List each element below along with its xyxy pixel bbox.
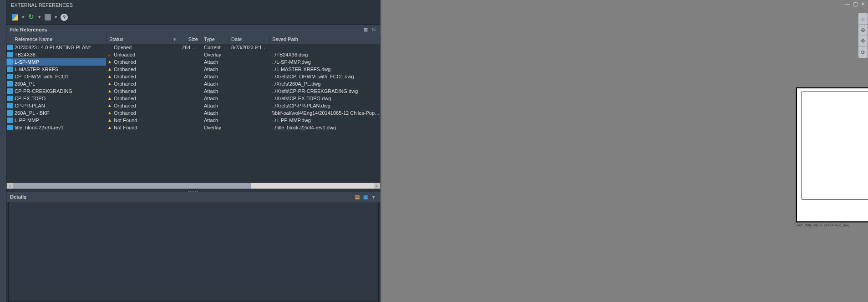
table-row[interactable]: CP-PR-PLANOrphanedAttach..\Xrefs\CP-PR-P… — [6, 102, 381, 109]
table-row[interactable]: 260A_PL - BKFOrphanedAttach\\bkf-oak\vol… — [6, 109, 381, 117]
cell-name: CP-PR-PLAN — [6, 102, 107, 109]
cell-name: CP_OHWM_with_FCO1 — [6, 73, 107, 80]
cell-type: Attach — [201, 58, 228, 66]
cell-path: \\bkf-oak\vol4\Eng14\20141065-12 Chiles-… — [269, 109, 381, 117]
cell-status: Orphaned — [107, 66, 179, 73]
nav-pan-button[interactable]: ✥ — [858, 36, 868, 47]
attach-button[interactable] — [10, 12, 20, 22]
cell-name: 260A_PL - BKF — [6, 109, 107, 117]
cell-size — [179, 102, 201, 109]
cell-status: Orphaned — [107, 87, 179, 95]
close-button[interactable]: ✕ — [861, 1, 865, 7]
cell-size — [179, 117, 201, 124]
cell-path — [269, 44, 381, 51]
cell-name: L-PP-MMP — [6, 117, 107, 124]
file-references-label: File References — [10, 25, 47, 35]
refresh-dropdown[interactable]: ▾ — [37, 14, 42, 20]
attach-dropdown[interactable]: ▾ — [21, 14, 25, 20]
dwg-icon — [7, 96, 13, 101]
change-path-button[interactable] — [43, 12, 53, 22]
table-row[interactable]: L-SP-MMPOrphanedAttach..\L-SP-MMP.dwg — [6, 58, 381, 66]
cell-status: Not Found — [107, 117, 179, 124]
cell-path: ..\Xrefs\CP-PR-PLAN.dwg — [269, 102, 381, 109]
cell-path: ..\L-PP-MMP.dwg — [269, 117, 381, 124]
nav-full-button[interactable]: ⌕ — [858, 13, 868, 25]
refresh-button[interactable] — [26, 12, 36, 22]
cell-status: Orphaned — [107, 95, 179, 102]
cell-type: Overlay — [201, 51, 228, 58]
tree-view-button[interactable]: ⁝≡ — [371, 26, 377, 33]
cell-type: Attach — [201, 66, 228, 73]
unloaded-icon — [107, 52, 113, 57]
cell-path: ..\TB24X36.dwg — [269, 51, 381, 58]
details-list-button[interactable]: ▤ — [354, 194, 360, 200]
details-dropdown[interactable]: ▾ — [371, 194, 377, 200]
maximize-button[interactable]: ▢ — [853, 1, 858, 7]
table-row[interactable]: CP-PR-CREEKGRADINGOrphanedAttach..\Xrefs… — [6, 87, 381, 95]
table-row[interactable]: 20230823 L4.0 PLANTING PLAN*Opened264 KB… — [6, 44, 381, 51]
cell-type: Attach — [201, 87, 228, 95]
cell-status: Orphaned — [107, 102, 179, 109]
cell-type: Current — [201, 44, 228, 51]
col-header-date[interactable]: Date — [228, 35, 269, 44]
preview-sheet: NORTH SCALE 1/64" = 1'-0" — [796, 87, 868, 222]
warning-icon — [107, 118, 113, 123]
cell-name: CP-EX-TOPO — [6, 95, 107, 102]
cell-status: Orphaned — [107, 58, 179, 66]
col-header-type[interactable]: Type — [201, 35, 228, 44]
side-rail[interactable] — [0, 0, 6, 302]
scroll-right-arrow[interactable]: › — [374, 183, 380, 189]
scroll-track[interactable] — [13, 183, 374, 189]
dwg-icon — [7, 118, 13, 123]
cell-size — [179, 87, 201, 95]
cell-status: Orphaned — [107, 80, 179, 87]
window-controls: — ▢ ✕ — [845, 1, 865, 7]
cell-size — [179, 124, 201, 131]
help-icon: ? — [61, 14, 68, 21]
cell-path: ..\L-MASTER-XREFS.dwg — [269, 66, 381, 73]
cell-size: 264 KB — [179, 44, 201, 51]
table-row[interactable]: CP_OHWM_with_FCO1OrphanedAttach..\Xrefs\… — [6, 73, 381, 80]
panel-title: EXTERNAL REFERENCES — [6, 0, 381, 10]
cell-size — [179, 80, 201, 87]
col-header-size[interactable]: Size — [179, 35, 201, 44]
table-row[interactable]: CP-EX-TOPOOrphanedAttach..\Xrefs\CP-EX-T… — [6, 95, 381, 102]
table-row[interactable]: L-PP-MMPNot FoundAttach..\L-PP-MMP.dwg — [6, 117, 381, 124]
list-view-button[interactable]: ≣ — [362, 26, 369, 33]
col-header-name[interactable]: Reference Name — [6, 35, 107, 44]
scroll-left-arrow[interactable]: ‹ — [7, 183, 13, 189]
cell-type: Attach — [201, 117, 228, 124]
cell-type: Attach — [201, 109, 228, 117]
scroll-thumb[interactable] — [13, 183, 251, 189]
nav-orbit-button[interactable]: ⟳ — [858, 47, 868, 58]
cell-type: Attach — [201, 73, 228, 80]
cell-date: 8/23/2023 9:10:51... — [228, 44, 269, 51]
horizontal-scrollbar[interactable]: ‹ › — [6, 183, 381, 189]
warning-icon — [107, 110, 113, 116]
cell-size — [179, 109, 201, 117]
change-path-dropdown[interactable]: ▾ — [54, 14, 58, 20]
refresh-icon — [28, 14, 35, 20]
cell-size — [179, 58, 201, 66]
table-row[interactable]: L-MASTER-XREFSOrphanedAttach..\L-MASTER-… — [6, 66, 381, 73]
col-header-path[interactable]: Saved Path — [269, 35, 381, 44]
details-label: Details — [10, 192, 26, 202]
cell-type: Attach — [201, 80, 228, 87]
cell-date — [228, 124, 269, 131]
details-preview-button[interactable]: ▦ — [362, 194, 369, 200]
dwg-icon — [7, 59, 13, 65]
tree-icon — [45, 14, 51, 20]
dwg-icon — [7, 67, 13, 72]
nav-zoom-button[interactable]: ⊕ — [858, 25, 868, 36]
table-row[interactable]: title_block-22x34-rev1Not FoundOverlay..… — [6, 124, 381, 131]
warning-icon — [107, 103, 113, 108]
col-header-status[interactable]: Status▾ — [107, 35, 179, 44]
drawing-canvas[interactable]: — ▢ ✕ ⌕ ⊕ ✥ ⟳ NORTH SCALE 1/64" = 1'-0" … — [382, 0, 868, 302]
cell-type: Attach — [201, 102, 228, 109]
table-row[interactable]: TB24X36UnloadedOverlay..\TB24X36.dwg — [6, 51, 381, 58]
cell-date — [228, 95, 269, 102]
minimize-button[interactable]: — — [845, 1, 850, 7]
cell-date — [228, 102, 269, 109]
help-button[interactable]: ? — [59, 12, 69, 22]
table-row[interactable]: 260A_PLOrphanedAttach..\Xrefs\260A_PL.dw… — [6, 80, 381, 87]
